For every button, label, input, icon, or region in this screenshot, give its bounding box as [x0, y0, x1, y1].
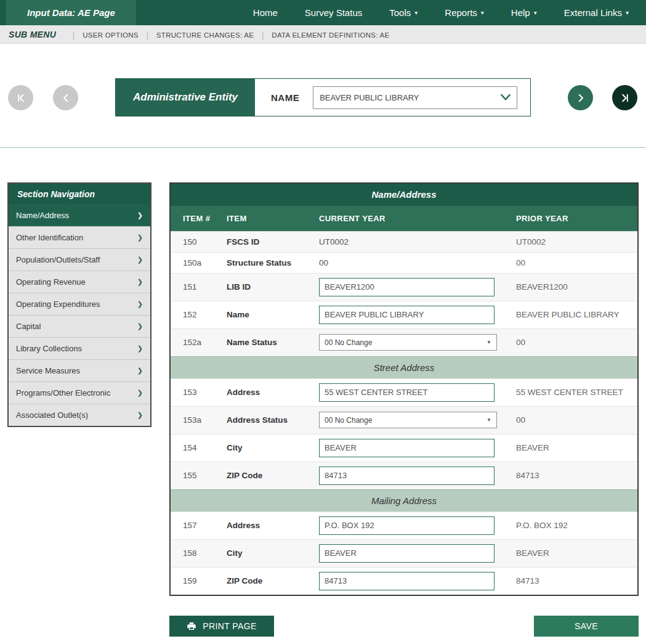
- chevron-down-icon: ▾: [481, 9, 484, 16]
- submenu-item-data-element-definitions-ae[interactable]: DATA ELEMENT DEFINITIONS: AE: [272, 31, 389, 39]
- skip-last-icon: [620, 92, 631, 104]
- nav-item-home[interactable]: Home: [253, 7, 278, 18]
- sidebar-item-associated-outlet-s[interactable]: Associated Outlet(s)❯: [9, 404, 150, 426]
- select-item-153a[interactable]: 00 No Change▼: [319, 412, 497, 428]
- print-page-label: PRINT PAGE: [203, 621, 257, 631]
- sidebar-item-capital[interactable]: Capital❯: [9, 315, 150, 337]
- nav-item-survey-status[interactable]: Survey Status: [305, 7, 362, 18]
- prior-year-value: BEAVER1200: [515, 273, 637, 301]
- last-record-button[interactable]: [612, 85, 637, 110]
- select-item-152a[interactable]: 00 No Change▼: [319, 334, 497, 351]
- sidebar-item-label: Service Measures: [16, 366, 80, 375]
- submenu-item-user-options[interactable]: USER OPTIONS: [83, 31, 139, 39]
- first-record-button[interactable]: [8, 85, 33, 110]
- sidebar-item-population-outlets-staff[interactable]: Population/Outlets/Staff❯: [9, 248, 150, 271]
- input-item-159[interactable]: [319, 572, 495, 590]
- input-item-154[interactable]: [319, 439, 495, 457]
- input-item-153[interactable]: [319, 383, 495, 402]
- sidebar-item-label: Other Identification: [16, 233, 83, 242]
- sidebar-title: Section Navigation: [9, 184, 150, 204]
- next-record-button[interactable]: [568, 85, 593, 110]
- sidebar-item-library-collections[interactable]: Library Collections❯: [9, 337, 150, 359]
- prior-year-value: 84713: [515, 567, 637, 595]
- chevron-down-icon: ▼: [487, 340, 491, 345]
- entity-type-label: Administrative Entity: [116, 79, 255, 116]
- data-table-panel: Name/Address ITEM # ITEM CURRENT YEAR PR…: [169, 182, 639, 596]
- nav-item-external-links[interactable]: External Links▾: [564, 7, 629, 18]
- top-navbar: Input Data: AE Page HomeSurvey StatusToo…: [0, 0, 646, 25]
- sidebar-item-label: Operating Revenue: [16, 277, 86, 287]
- sidebar-item-service-measures[interactable]: Service Measures❯: [9, 359, 150, 381]
- sidebar-item-name-address[interactable]: Name/Address❯: [9, 204, 150, 226]
- entity-selector-band: Administrative Entity NAME BEAVER PUBLIC…: [0, 44, 646, 148]
- nav-item-tools[interactable]: Tools▾: [389, 7, 418, 18]
- table-row-155: 155ZIP Code84713: [171, 462, 637, 489]
- skip-first-icon: [15, 92, 26, 104]
- table-row-158: 158CityBEAVER: [171, 539, 637, 567]
- sidebar-item-label: Operating Expenditures: [16, 300, 100, 309]
- item-number: 150: [171, 231, 226, 252]
- table-row-159: 159ZIP Code84713: [171, 567, 637, 595]
- entity-name-select[interactable]: BEAVER PUBLIC LIBRARY: [313, 86, 517, 109]
- item-number: 153: [171, 378, 226, 406]
- chevron-right-icon: ❯: [137, 211, 143, 219]
- sidebar-item-label: Name/Address: [16, 211, 69, 220]
- active-page-tab[interactable]: Input Data: AE Page: [6, 0, 136, 25]
- printer-icon: [187, 621, 196, 631]
- item-number: 155: [171, 462, 226, 489]
- input-item-152[interactable]: [319, 306, 495, 324]
- item-number: 159: [171, 567, 226, 595]
- print-page-button[interactable]: PRINT PAGE: [169, 616, 274, 637]
- submenu-items: |USER OPTIONS|STRUCTURE CHANGES: AE|DATA…: [65, 29, 389, 40]
- subsection-header-street-address: Street Address: [171, 356, 637, 378]
- item-label: Name Status: [226, 328, 318, 356]
- save-button[interactable]: SAVE: [534, 616, 639, 637]
- table-title: Name/Address: [171, 184, 637, 206]
- chevron-down-icon: ▾: [626, 9, 629, 16]
- sidebar-item-operating-expenditures[interactable]: Operating Expenditures❯: [9, 293, 150, 315]
- select-value: 00 No Change: [325, 416, 372, 425]
- entity-selector: Administrative Entity NAME BEAVER PUBLIC…: [115, 78, 531, 116]
- table-row-152: 152NameBEAVER PUBLIC LIBRARY: [171, 301, 637, 328]
- table-row-153: 153Address55 WEST CENTER STREET: [171, 378, 637, 406]
- chevron-down-icon: ▾: [414, 9, 418, 16]
- section-navigation-sidebar: Section Navigation Name/Address❯Other Id…: [7, 182, 151, 427]
- chevron-right-icon: ❯: [137, 411, 143, 419]
- item-number: 153a: [171, 406, 226, 434]
- table-body: 150FSCS IDUT0002UT0002150aStructure Stat…: [171, 231, 637, 595]
- chevron-right-icon: ❯: [137, 322, 143, 330]
- prior-year-value: BEAVER PUBLIC LIBRARY: [515, 301, 637, 328]
- sidebar-item-label: Programs/Other Electronic: [16, 388, 110, 397]
- sidebar-item-label: Population/Outlets/Staff: [16, 255, 100, 264]
- prior-year-value: 84713: [515, 462, 637, 489]
- current-year-value: UT0002: [318, 231, 515, 252]
- nav-item-reports[interactable]: Reports▾: [445, 7, 484, 18]
- entity-name-value: BEAVER PUBLIC LIBRARY: [320, 93, 419, 102]
- actions-bar: PRINT PAGE SAVE: [169, 616, 639, 637]
- item-number: 151: [171, 273, 226, 301]
- table-row-151: 151LIB IDBEAVER1200: [171, 273, 637, 301]
- table-row-150a: 150aStructure Status0000: [171, 252, 637, 273]
- chevron-right-icon: ❯: [137, 367, 143, 375]
- item-number: 157: [171, 512, 226, 539]
- table-row-152a: 152aName Status00 No Change▼00: [171, 328, 637, 356]
- main-content: Section Navigation Name/Address❯Other Id…: [0, 182, 646, 596]
- column-header-item: ITEM: [226, 206, 318, 231]
- input-item-151[interactable]: [319, 278, 495, 296]
- input-item-157[interactable]: [319, 516, 495, 535]
- previous-record-button[interactable]: [53, 85, 78, 110]
- chevron-down-icon: [499, 93, 512, 102]
- sidebar-item-other-identification[interactable]: Other Identification❯: [9, 226, 150, 248]
- prior-year-value: 55 WEST CENTER STREET: [515, 378, 637, 406]
- sidebar-item-operating-revenue[interactable]: Operating Revenue❯: [9, 271, 150, 293]
- chevron-right-icon: ❯: [137, 344, 143, 353]
- submenu-title: SUB MENU: [9, 30, 56, 39]
- nav-item-help[interactable]: Help▾: [511, 7, 537, 18]
- input-item-155[interactable]: [319, 467, 495, 485]
- data-table: ITEM # ITEM CURRENT YEAR PRIOR YEAR 150F…: [171, 206, 637, 595]
- sidebar-item-programs-other-electronic[interactable]: Programs/Other Electronic❯: [9, 381, 150, 404]
- submenu-item-structure-changes-ae[interactable]: STRUCTURE CHANGES: AE: [156, 31, 254, 39]
- input-item-158[interactable]: [319, 544, 495, 563]
- sidebar-item-label: Capital: [16, 322, 41, 331]
- item-label: Address Status: [226, 406, 318, 434]
